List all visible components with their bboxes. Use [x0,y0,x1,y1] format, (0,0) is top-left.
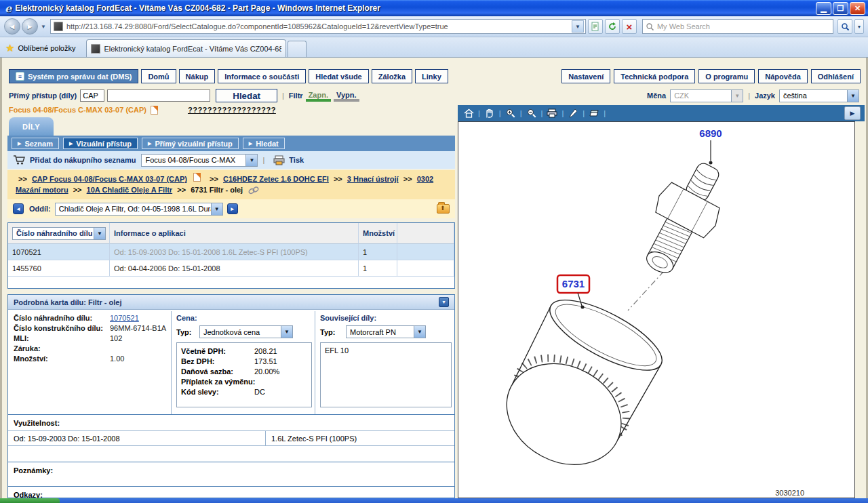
breadcrumb-engine[interactable]: C16HDEZ Zetec 1.6 DOHC EFI [223,175,329,183]
divider: | [541,109,543,117]
history-dropdown-icon[interactable]: ▼ [41,24,46,30]
search-button[interactable]: Hledat [216,89,277,102]
parts-panel: DÍLY ▶Seznam ▶Vizuální přístup ▶Přímý vi… [7,117,455,498]
close-button[interactable]: ✕ [850,2,865,15]
eraser-icon[interactable] [587,107,601,119]
menu-help[interactable]: Nápověda [758,69,808,83]
menu-shopping[interactable]: Nákup [179,69,216,83]
part-number-column-select[interactable]: Číslo náhradního dílu▼ [12,227,106,240]
expand-panel-button[interactable]: ▶ [844,106,861,120]
add-to-shopping-list-link[interactable]: Přidat do nákupního seznamu [30,156,136,164]
tab-favicon [91,44,100,54]
price-type-select[interactable]: Jednotková cena▼ [199,325,293,338]
browser-tab[interactable]: Elektronický katalog FordEcat - Vítáme V… [86,39,286,57]
compatibility-button[interactable] [588,19,603,34]
print-link[interactable]: Tisk [289,156,304,164]
refresh-button[interactable] [605,19,620,34]
assembly-axis-line [628,271,664,310]
quantity-cell: 1 [359,260,397,277]
next-section-button[interactable]: ► [227,203,238,214]
price-title: Cena: [176,314,312,322]
divider: | [561,109,564,117]
back-button[interactable]: ◄ [4,18,20,35]
breadcrumb-separator: >> [210,175,218,183]
divider: | [604,109,606,117]
previous-section-button[interactable]: ◄ [13,203,24,214]
tab-parts[interactable]: DÍLY [9,117,54,136]
part-search-input[interactable] [107,89,210,102]
folder-up-icon[interactable] [437,204,450,214]
placeholder-link[interactable]: ?????????????????? [188,106,276,114]
menu-links[interactable]: Linky [415,69,448,83]
search-options-dropdown[interactable]: ▼ [854,19,864,34]
shopping-list-select[interactable]: Focus 04-08/Focus C-MAX▼ [141,154,258,167]
breadcrumb-group[interactable]: 3 Hnací ústrojí [347,175,399,183]
callout-6731-label[interactable]: 6731 [562,278,585,289]
menu-home[interactable]: Domů [141,69,176,83]
filter-off-toggle[interactable]: Vypn. [334,90,359,102]
chevron-down-icon: ▼ [847,90,859,102]
breadcrumb-section[interactable]: 10A Chladič Oleje A Filtr [87,186,173,194]
pan-hand-icon[interactable] [483,107,496,119]
filter-on-toggle[interactable]: Zapn. [306,90,331,102]
menu-about[interactable]: O programu [698,69,755,83]
subtab-list[interactable]: ▶Seznam [12,138,59,149]
zoom-in-icon[interactable] [504,107,517,119]
menu-dms[interactable]: ≡ Systém pro správu dat (DMS) [9,69,138,83]
part-number-cell[interactable]: 1455760 [8,260,110,277]
callout-6890[interactable]: 6890 [699,127,722,165]
price-label: Příplatek za výměnu: [181,378,269,386]
home-icon[interactable] [462,107,475,119]
ie-logo-icon: e [5,2,12,15]
restore-button[interactable]: ❐ [833,2,848,15]
url-dropdown-icon[interactable]: ▼ [572,20,584,33]
section-select[interactable]: Chladič Oleje A Filtr, Od: 04-05-1998 1.… [55,203,223,216]
menu-settings[interactable]: Nastavení [561,69,610,83]
menu-logout[interactable]: Odhlášení [811,69,861,83]
print-drawing-icon[interactable] [545,107,559,119]
url-field[interactable]: http://213.168.74.29:8080/Ford/SelectCat… [50,19,586,34]
search-go-button[interactable] [837,19,852,34]
field-value: 96MM-6714-B1A [110,324,166,332]
menu-bookmark[interactable]: Záložka [372,69,412,83]
search-go-icon [841,22,850,31]
menu-support[interactable]: Technická podpora [614,69,695,83]
minimize-button[interactable]: ▁ [816,2,831,15]
part-number-cell[interactable]: 1070521 [8,244,110,260]
language-select[interactable]: čeština▼ [779,89,859,102]
window-title: Elektronický katalog FordEcat - Vítáme V… [15,3,814,13]
drawing-toolbar: | | | | | | | ▶ [458,105,865,121]
document-icon[interactable] [151,106,158,115]
new-tab-button[interactable] [288,41,307,57]
favorites-button[interactable]: ★ Oblíbené položky [0,41,82,57]
divider: | [583,109,585,117]
prefix-input[interactable] [80,89,104,102]
chevron-down-icon: ▼ [245,155,257,166]
column-application: Informace o aplikaci [110,223,359,244]
menu-part-info[interactable]: Informace o součásti [218,69,306,83]
subtab-search[interactable]: ▶Hledat [243,138,285,149]
web-search-input[interactable]: My Web Search [642,19,833,34]
cart-icon[interactable] [13,155,26,165]
pen-icon[interactable] [566,107,580,119]
subtab-direct-visual-access[interactable]: ▶Přímý vizuální přístup [142,138,239,149]
direct-access-label: Přímý přístup (díly) [9,92,77,100]
document-icon[interactable] [193,173,201,182]
field-value: 1.00 [110,355,124,363]
detail-card-header: Podrobná karta dílu: Filtr - olej ▼ [8,295,454,310]
price-value: 173.51 [254,357,277,365]
chain-link-icon[interactable] [248,186,260,195]
subtab-visual-access[interactable]: ▶Vizuální přístup [63,138,138,149]
menu-search-all[interactable]: Hledat všude [309,69,368,83]
forward-button[interactable]: ► [22,18,38,35]
start-button-edge[interactable] [0,498,60,503]
field-label: Množství: [14,355,110,363]
part-number-link[interactable]: 1070521 [110,314,139,322]
breadcrumb-catalogue[interactable]: CAP Focus 04-08/Focus C-MAX 03-07 (CAP) [32,175,187,183]
related-type-select[interactable]: Motorcraft PN▼ [346,325,426,338]
breadcrumb: >> CAP Focus 04-08/Focus C-MAX 03-07 (CA… [7,170,455,199]
zoom-out-icon[interactable] [525,107,538,119]
callout-6890-label[interactable]: 6890 [699,127,722,139]
collapse-button[interactable]: ▼ [439,297,449,307]
stop-button[interactable]: × [622,19,637,34]
